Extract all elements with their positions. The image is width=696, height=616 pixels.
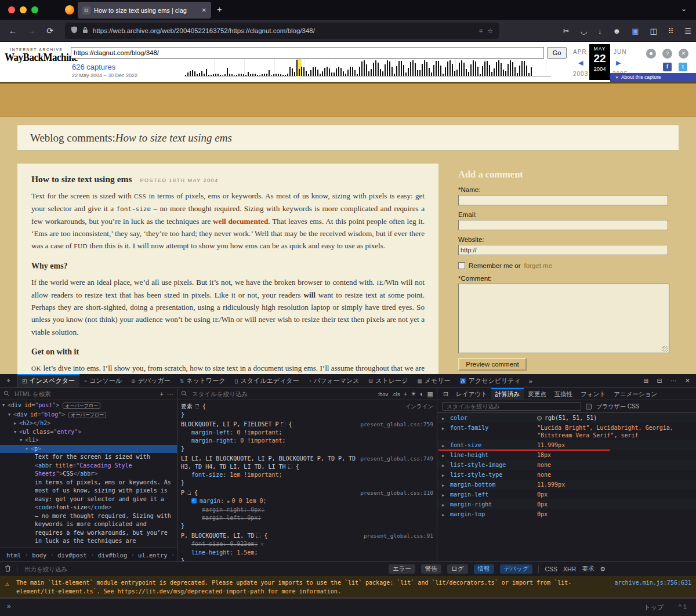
css-rule-p-blockquote[interactable]: P, BLOCKQUOTE, LI, TD {present_global.cs… — [181, 532, 433, 561]
breadcrumb-body[interactable]: body — [29, 550, 49, 560]
add-node-icon[interactable]: + — [160, 390, 164, 397]
url-bar[interactable]: https://web.archive.org/web/200405221637… — [65, 23, 499, 39]
tree-node-div-post[interactable]: ▼<divid="post">オーバーフロー — [0, 401, 177, 411]
account-circle-icon[interactable]: ☻ — [646, 49, 656, 59]
filter-errors-button[interactable]: エラー — [389, 564, 415, 574]
console-filter-input[interactable] — [23, 565, 383, 573]
computed-filter-input[interactable] — [445, 403, 578, 410]
forward-icon[interactable]: → — [23, 20, 39, 42]
tab-inspector[interactable]: ◰インスペクター — [17, 374, 79, 387]
sidebars-icon[interactable]: ◫ — [650, 27, 657, 35]
list-tabs-chevron-icon[interactable]: ⌄ — [681, 5, 687, 13]
tree-text-content[interactable]: Text for the screen is sized with <abbrt… — [0, 453, 174, 546]
facebook-icon[interactable]: f — [663, 63, 672, 71]
about-this-capture-bar[interactable]: ▼About this capture — [610, 73, 696, 82]
computed-row-margin-bottom[interactable]: ▶margin-bottom11.999px — [437, 480, 696, 490]
computed-row-margin-right[interactable]: ▶margin-right0px — [437, 499, 696, 509]
split-console-icon[interactable]: ⊟ — [657, 377, 662, 385]
firefox-view-icon[interactable] — [65, 5, 74, 15]
shorthand-twisty-icon[interactable]: ▶ — [227, 499, 230, 504]
macos-zoom-button[interactable] — [31, 6, 38, 13]
filter-debug-button[interactable]: デバッグ — [500, 564, 533, 574]
tab-layout[interactable]: レイアウト — [452, 388, 491, 400]
tab-animations[interactable]: アニメーション — [610, 388, 661, 400]
css-rule-p[interactable]: P {present_global.css:110 margin: ▶0 0 1… — [181, 489, 433, 530]
email-field[interactable] — [458, 220, 668, 230]
clear-console-icon[interactable] — [5, 565, 11, 573]
wayback-logo[interactable]: INTERNET ARCHIVE WayBackMachine — [5, 48, 68, 63]
frame-selector[interactable]: トップ — [644, 603, 664, 612]
computed-row-color[interactable]: ▶colorrgb(51, 51, 51) — [437, 413, 696, 423]
remember-me-checkbox[interactable] — [458, 262, 465, 269]
class-panel-button[interactable]: .cls — [392, 391, 400, 397]
tree-node-div-blog[interactable]: ▼<divid="blog">オーバーフロー — [0, 411, 177, 420]
print-sim-icon[interactable]: ▦ — [427, 390, 433, 398]
rule-source-link[interactable]: present_global.css:91 — [364, 532, 433, 540]
tree-node-p-selected[interactable]: ▼<p> — [0, 445, 177, 454]
macos-close-button[interactable] — [8, 6, 15, 13]
devtools-close-icon[interactable]: ✕ — [685, 377, 690, 385]
wayback-url-input[interactable] — [71, 47, 544, 59]
console-warning-message[interactable]: ⚠ The main `lit-element` module entrypoi… — [0, 576, 696, 598]
new-tab-button[interactable]: + — [217, 4, 222, 14]
declaration-checkbox[interactable] — [191, 498, 197, 503]
rule-source-link[interactable]: present_global.css:749 — [360, 455, 433, 463]
help-circle-icon[interactable]: ? — [662, 49, 672, 59]
comment-textarea[interactable] — [458, 284, 669, 353]
devtools-more-icon[interactable]: ⋯ — [670, 377, 677, 385]
selector-highlight-icon[interactable] — [187, 491, 191, 495]
breadcrumb-div-blog[interactable]: div#blog — [95, 550, 130, 560]
twitter-icon[interactable]: t — [679, 63, 687, 71]
tab-style-editor[interactable]: {}スタイルエディター — [230, 374, 304, 387]
filter-logs-button[interactable]: ログ — [447, 564, 468, 574]
breadcrumb-ul-entry[interactable]: ul.entry — [135, 550, 171, 560]
tab-close-icon[interactable]: ✕ — [202, 7, 206, 13]
responsive-mode-icon[interactable]: ⊞ — [643, 377, 648, 385]
downloads-icon[interactable]: ↓ — [598, 27, 602, 35]
tabs-overflow-icon[interactable]: » — [525, 374, 536, 387]
selector-highlight-icon[interactable] — [195, 404, 199, 408]
tab-compatibility[interactable]: 互換性 — [550, 388, 577, 400]
extension-icon[interactable]: ▣ — [632, 27, 639, 35]
tab-storage[interactable]: ⛁ストレージ — [364, 374, 413, 387]
computed-row-list-style-image[interactable]: ▶list-style-imagenone — [437, 460, 696, 470]
wayback-go-button[interactable]: Go — [547, 47, 567, 59]
dark-scheme-icon[interactable]: ◐ — [420, 390, 424, 397]
captures-link[interactable]: 626 captures — [72, 63, 115, 71]
pocket-icon[interactable]: ◡ — [581, 27, 587, 35]
overflow-badge[interactable]: オーバーフロー — [68, 412, 106, 418]
captures-timeline[interactable] — [184, 59, 551, 77]
add-rule-icon[interactable]: + — [404, 390, 407, 397]
tab-network[interactable]: ⇅ネットワーク — [175, 374, 230, 387]
well-documented-link[interactable]: well documented — [213, 217, 268, 226]
selector-highlight-icon[interactable] — [288, 465, 292, 469]
name-field[interactable] — [458, 195, 668, 205]
css-rule-li[interactable]: LI LI, LI BLOCKQUOTE, LI P, BLOCKQUOTE P… — [181, 455, 433, 487]
computed-row-margin-top[interactable]: ▶margin-top0px — [437, 509, 696, 519]
website-field[interactable] — [458, 245, 668, 255]
rule-source-link[interactable]: present_global.css:110 — [360, 489, 433, 497]
tab-console[interactable]: »コンソール — [79, 374, 126, 387]
next-capture-icon[interactable]: ▶ — [616, 59, 621, 67]
tree-node-h2[interactable]: ▶<h2></h2> — [0, 419, 177, 428]
html-search-input[interactable] — [13, 390, 157, 398]
console-settings-icon[interactable]: ⚙ — [600, 566, 606, 573]
rules-filter-input[interactable] — [191, 390, 374, 398]
computed-row-margin-left[interactable]: ▶margin-left0px — [437, 490, 696, 499]
forget-me-link[interactable]: forget me — [524, 262, 552, 269]
filter-xhr-button[interactable]: XHR — [563, 566, 576, 572]
selector-highlight-icon[interactable] — [281, 422, 285, 426]
tree-node-ul-entry[interactable]: ▼<ulclass="entry"> — [0, 428, 177, 437]
reload-icon[interactable]: ⟳ — [42, 20, 58, 42]
filter-css-button[interactable]: CSS — [545, 566, 557, 572]
warning-source-link[interactable]: archive.min.js:756:631 — [615, 578, 691, 587]
lock-icon[interactable] — [82, 26, 88, 36]
close-toolbar-icon[interactable]: ✕ — [679, 49, 688, 59]
css-rule-blockquote[interactable]: BLOCKQUOTE, LI P, FIELDSET P {present_gl… — [181, 421, 433, 453]
tab-performance[interactable]: ◔パフォーマンス — [304, 374, 364, 387]
tab-computed[interactable]: 計算済み — [491, 388, 524, 400]
account-icon[interactable]: ☻ — [613, 27, 621, 35]
menu-icon[interactable]: ☰ — [684, 27, 691, 35]
shield-icon[interactable] — [71, 26, 78, 36]
filter-warnings-button[interactable]: 警告 — [421, 564, 441, 574]
